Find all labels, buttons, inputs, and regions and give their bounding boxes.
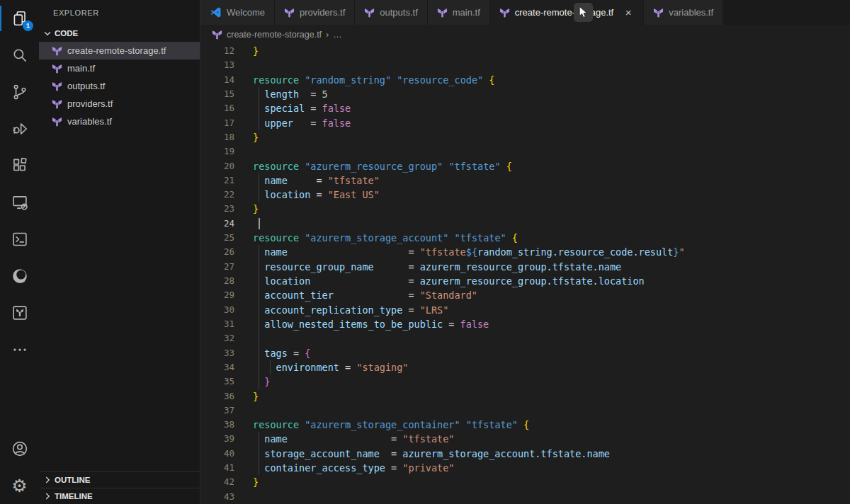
file-item[interactable]: providers.tf: [39, 95, 200, 113]
line-number[interactable]: 32: [200, 331, 234, 345]
code-line[interactable]: 20 resource "azurerm_resource_group" "tf…: [200, 159, 850, 173]
code-line[interactable]: 40 storage_account_name = azurerm_storag…: [200, 447, 850, 461]
line-number[interactable]: 21: [200, 173, 234, 188]
code-line[interactable]: 18 }: [200, 130, 850, 144]
breadcrumb[interactable]: create-remote-storage.tf › …: [200, 25, 850, 44]
line-number[interactable]: 13: [200, 58, 234, 72]
activity-azure-icon[interactable]: [0, 258, 39, 294]
code-line[interactable]: 23 }: [200, 202, 850, 216]
line-number[interactable]: 22: [200, 188, 234, 202]
editor-tab[interactable]: variables.tf: [644, 0, 723, 25]
code-line[interactable]: 17 upper = false: [200, 116, 850, 130]
outline-section-header[interactable]: OUTLINE: [39, 471, 200, 488]
code-line[interactable]: 42 }: [200, 475, 850, 489]
editor-tab[interactable]: create-remote-storage.tf ×: [490, 0, 644, 25]
activity-remote-explorer-icon[interactable]: [0, 184, 39, 221]
file-item[interactable]: main.tf: [39, 59, 200, 77]
activity-settings-gear-icon[interactable]: ⚙: [0, 467, 39, 504]
line-number[interactable]: 18: [200, 130, 234, 144]
code-line[interactable]: 19: [200, 144, 850, 159]
line-number[interactable]: 14: [200, 73, 234, 87]
code-line[interactable]: 22 location = "East US": [200, 188, 850, 202]
code-section-header[interactable]: CODE: [39, 25, 200, 42]
line-number[interactable]: 16: [200, 101, 234, 115]
vscode-logo-icon: [210, 6, 222, 18]
code-line[interactable]: 21 name = "tfstate": [200, 173, 850, 188]
code-line[interactable]: 38 resource "azurerm_storage_container" …: [200, 418, 850, 432]
code-line[interactable]: 12 }: [200, 44, 850, 58]
line-number[interactable]: 38: [200, 418, 234, 432]
line-number[interactable]: 26: [200, 245, 234, 259]
line-number[interactable]: 17: [200, 116, 234, 130]
line-number[interactable]: 31: [200, 317, 234, 331]
activity-account-icon[interactable]: [0, 430, 39, 467]
code-line[interactable]: 13: [200, 58, 850, 72]
code-line[interactable]: 15 length = 5: [200, 87, 850, 101]
code-line[interactable]: 33 tags = {: [200, 346, 850, 360]
line-number[interactable]: 35: [200, 374, 234, 389]
code-line[interactable]: 43: [200, 490, 850, 504]
file-item[interactable]: variables.tf: [39, 113, 200, 130]
code-line[interactable]: 37: [200, 403, 850, 418]
editor-tab[interactable]: providers.tf: [275, 0, 355, 25]
code-line[interactable]: 32: [200, 331, 850, 345]
code-line[interactable]: 36 }: [200, 389, 850, 403]
line-number[interactable]: 40: [200, 447, 234, 461]
code-line[interactable]: 25 resource "azurerm_storage_account" "t…: [200, 231, 850, 245]
activity-source-control-icon[interactable]: [0, 74, 39, 110]
activity-more-actions-icon[interactable]: [0, 331, 39, 368]
line-number[interactable]: 43: [200, 490, 234, 504]
code-line[interactable]: 29 account_tier = "Standard": [200, 288, 850, 302]
code-line[interactable]: 26 name = "tfstate${random_string.resour…: [200, 245, 850, 259]
activity-search-icon[interactable]: [0, 37, 39, 74]
editor-tab[interactable]: outputs.tf: [355, 0, 427, 25]
code-editor[interactable]: 12 } 13 14 resource "random_string" "res…: [200, 44, 850, 504]
terraform-file-icon: [52, 45, 62, 56]
line-number[interactable]: 29: [200, 288, 234, 302]
timeline-section-header[interactable]: TIMELINE: [39, 488, 200, 504]
line-number[interactable]: 33: [200, 346, 234, 360]
file-item[interactable]: outputs.tf: [39, 77, 200, 95]
line-number[interactable]: 27: [200, 260, 234, 274]
line-number[interactable]: 25: [200, 231, 234, 245]
line-number[interactable]: 24: [200, 217, 234, 231]
code-line[interactable]: 24: [200, 217, 850, 231]
code-line[interactable]: 35 }: [200, 374, 850, 389]
code-line[interactable]: 34 environment = "staging": [200, 360, 850, 374]
line-number[interactable]: 20: [200, 159, 234, 173]
line-number[interactable]: 39: [200, 432, 234, 446]
file-item[interactable]: create-remote-storage.tf: [39, 42, 200, 59]
code-line[interactable]: 41 container_access_type = "private": [200, 461, 850, 475]
breadcrumb-more[interactable]: …: [333, 30, 342, 40]
line-content: special = false: [234, 101, 850, 115]
editor-tab[interactable]: main.tf: [428, 0, 490, 25]
line-number[interactable]: 28: [200, 274, 234, 288]
line-number[interactable]: 12: [200, 44, 234, 58]
code-line[interactable]: 14 resource "random_string" "resource_co…: [200, 73, 850, 87]
line-number[interactable]: 42: [200, 475, 234, 489]
line-number[interactable]: 34: [200, 360, 234, 374]
line-number[interactable]: 19: [200, 144, 234, 159]
activity-explorer-icon[interactable]: 1: [0, 0, 39, 37]
code-line[interactable]: 27 resource_group_name = azurerm_resourc…: [200, 260, 850, 274]
activity-terminal-panel-icon[interactable]: [0, 221, 39, 258]
line-number[interactable]: 15: [200, 87, 234, 101]
line-number[interactable]: 36: [200, 389, 234, 403]
close-icon[interactable]: ×: [623, 7, 634, 18]
line-number[interactable]: 23: [200, 202, 234, 216]
code-line[interactable]: 16 special = false: [200, 101, 850, 115]
activity-run-debug-icon[interactable]: [0, 110, 39, 147]
code-line[interactable]: 39 name = "tfstate": [200, 432, 850, 446]
mouse-cursor: [574, 3, 593, 22]
activity-terraform-box-icon[interactable]: [0, 294, 39, 331]
code-line[interactable]: 31 allow_nested_items_to_be_public = fal…: [200, 317, 850, 331]
line-number[interactable]: 30: [200, 303, 234, 317]
chevron-right-icon: [42, 474, 53, 486]
line-number[interactable]: 37: [200, 403, 234, 418]
code-line[interactable]: 28 location = azurerm_resource_group.tfs…: [200, 274, 850, 288]
editor-tab[interactable]: Welcome: [200, 0, 275, 25]
activity-extensions-icon[interactable]: [0, 147, 39, 184]
line-content: environment = "staging": [234, 360, 850, 374]
code-line[interactable]: 30 account_replication_type = "LRS": [200, 303, 850, 317]
line-number[interactable]: 41: [200, 461, 234, 475]
